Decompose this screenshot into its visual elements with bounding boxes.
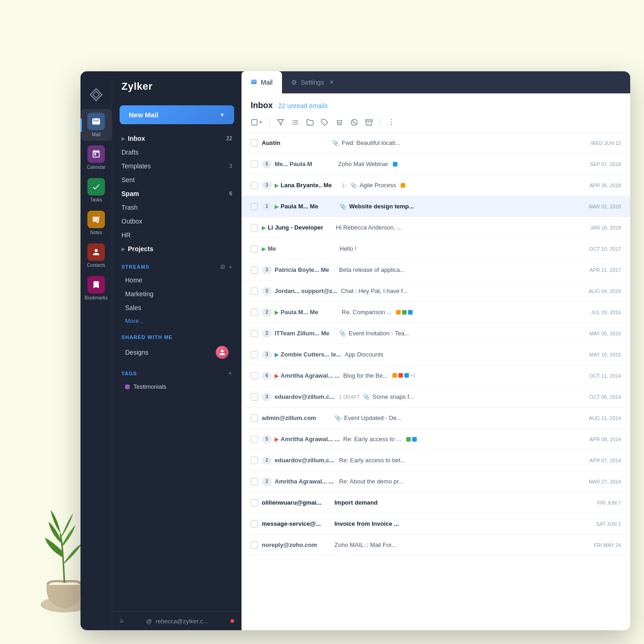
email-checkbox-11[interactable] xyxy=(251,351,258,358)
email-checkbox-3[interactable] xyxy=(251,182,258,189)
folder-inbox[interactable]: ▶ Inbox 22 xyxy=(116,132,238,145)
folder-spam[interactable]: Spam 6 xyxy=(116,187,238,201)
toolbar-folder[interactable] xyxy=(306,119,314,126)
folder-projects[interactable]: ▶ Projects xyxy=(116,242,238,256)
email-subject-17: Re: About the demo pr... xyxy=(339,478,403,485)
email-checkbox-7[interactable] xyxy=(251,266,258,274)
flag-6: ▶ xyxy=(262,246,266,252)
sidebar-item-mail[interactable]: Mail xyxy=(80,109,112,141)
email-date-6: OCT 10, 2017 xyxy=(589,246,621,252)
email-sender-16: eduardov@zillum.c... xyxy=(275,457,335,464)
toolbar-block[interactable] xyxy=(351,119,358,126)
toolbar-more[interactable]: ⋮ xyxy=(388,118,395,126)
folder-drafts[interactable]: Drafts xyxy=(116,145,238,159)
toolbar-delete[interactable] xyxy=(336,119,343,126)
sidebar-item-notes[interactable]: Notes xyxy=(80,207,112,239)
email-subject-6: Hello ! xyxy=(339,245,356,252)
email-row-20[interactable]: noreply@zoho.com Zoho MAIL :: Mail For..… xyxy=(242,535,630,556)
new-mail-button[interactable]: New Mail ▼ xyxy=(120,105,234,124)
sidebar-item-tasks[interactable]: Tasks xyxy=(80,174,112,206)
email-row-13[interactable]: 3 eduardov@zillum.c... 1 DRAFT 📎 Some sn… xyxy=(242,386,630,408)
email-row-1[interactable]: Austin 📎 Fwd: Beautiful locati... WED JU… xyxy=(242,132,630,154)
email-count-17: 2 xyxy=(262,477,272,486)
email-subject-9: Re. Comparison ... xyxy=(342,309,391,316)
folder-templates[interactable]: Templates 3 xyxy=(116,159,238,173)
email-checkbox-2[interactable] xyxy=(251,161,258,168)
tags-add-icon[interactable]: + xyxy=(228,369,232,378)
toolbar-label[interactable] xyxy=(321,119,328,126)
tag-testimonials[interactable]: Testimonials xyxy=(116,380,238,393)
email-checkbox-4[interactable] xyxy=(251,203,258,210)
flag-3: ▶ xyxy=(275,182,279,189)
user-email-area[interactable]: @ rebecca@zylker.c... xyxy=(146,618,208,625)
streams-more[interactable]: More .. xyxy=(116,315,238,327)
email-row-3[interactable]: 3 ▶ Lana Bryante.. Me 1↑ 📎 Agile Process… xyxy=(242,175,630,196)
tab-settings-close[interactable]: ✕ xyxy=(329,79,334,86)
email-row-7[interactable]: 3 Patricia Boyle... Me Beta release of a… xyxy=(242,259,630,281)
bookmarks-icon xyxy=(92,280,101,289)
email-row-12[interactable]: 6 ▶ Amritha Agrawal... ... Blog for the … xyxy=(242,365,630,386)
email-row-14[interactable]: admin@zillum.com 📎 Event Updated - De...… xyxy=(242,408,630,429)
folder-sent[interactable]: Sent xyxy=(116,173,238,187)
email-row-4[interactable]: 1 ▶ Paula M... Me 📎 Website design temp.… xyxy=(242,196,630,217)
shared-designs[interactable]: Designs xyxy=(116,343,238,362)
email-subject-area-5: Hi Rebecca Anderson, ... xyxy=(336,224,586,231)
sidebar-item-bookmarks[interactable]: Bookmarks xyxy=(80,272,112,304)
email-row-10[interactable]: 2 ITTeam Zillum... Me 📎 Event Invitation… xyxy=(242,323,630,344)
email-count-13: 3 xyxy=(262,393,272,401)
email-checkbox-20[interactable] xyxy=(251,541,258,549)
stream-marketing[interactable]: Marketing xyxy=(116,287,238,301)
email-row-5[interactable]: ▶ Li Jung - Developer Hi Rebecca Anderso… xyxy=(242,217,630,238)
toolbar-sort[interactable] xyxy=(292,119,299,126)
bookmarks-icon-box xyxy=(87,276,105,293)
folder-outbox[interactable]: Outbox xyxy=(116,214,238,228)
email-row-18[interactable]: olilienwuaru@gmai... Import demand FRI J… xyxy=(242,492,630,513)
email-checkbox-9[interactable] xyxy=(251,309,258,316)
email-checkbox-12[interactable] xyxy=(251,372,258,380)
collapse-icon[interactable]: ≡ xyxy=(120,617,123,625)
folder-trash[interactable]: Trash xyxy=(116,201,238,214)
email-date-11: MAY 15, 2015 xyxy=(589,352,621,357)
email-checkbox-13[interactable] xyxy=(251,393,258,401)
email-row-6[interactable]: ▶ Me Hello ! OCT 10, 2017 xyxy=(242,238,630,259)
sidebar-item-calendar[interactable]: Calendar xyxy=(80,142,112,173)
stream-home[interactable]: Home xyxy=(116,273,238,287)
email-checkbox-1[interactable] xyxy=(251,139,258,147)
email-checkbox-19[interactable] xyxy=(251,520,258,528)
sidebar-item-contacts[interactable]: Contacts xyxy=(80,240,112,271)
tab-settings[interactable]: ⚙ Settings ✕ xyxy=(282,71,344,93)
email-date-16: APR 07, 2014 xyxy=(590,458,621,463)
email-row-11[interactable]: 3 ▶ Zombie Cutters... le... App Discount… xyxy=(242,344,630,365)
thread-count-3: 1↑ xyxy=(342,183,347,188)
streams-add-icon[interactable]: + xyxy=(229,263,232,270)
sidebar-footer: ≡ @ rebecca@zylker.c... xyxy=(112,611,242,630)
email-checkbox-17[interactable] xyxy=(251,478,258,485)
toolbar: ▾ xyxy=(251,116,621,128)
email-sender-19: message-service@... xyxy=(262,520,331,527)
stream-sales[interactable]: Sales xyxy=(116,301,238,315)
shared-title: SHARED WITH ME xyxy=(121,334,172,340)
email-row-2[interactable]: 5 Me... Paula M Zoho Mail Webinar SEP 07… xyxy=(242,154,630,175)
email-row-9[interactable]: 2 ▶ Paula M... Me Re. Comparison ... JUL… xyxy=(242,302,630,323)
email-row-16[interactable]: 2 eduardov@zillum.c... Re: Early access … xyxy=(242,450,630,471)
toolbar-filter[interactable] xyxy=(277,119,284,126)
email-row-19[interactable]: message-service@... Invoice from Invoice… xyxy=(242,513,630,535)
tab-mail[interactable]: Mail xyxy=(242,71,282,93)
email-date-19: SAT JUN 1 xyxy=(596,521,621,527)
toolbar-checkbox[interactable]: ▾ xyxy=(251,119,262,126)
email-checkbox-8[interactable] xyxy=(251,288,258,295)
email-row-17[interactable]: 2 Amritha Agrawal... ... Re: About the d… xyxy=(242,471,630,492)
streams-settings-icon[interactable]: ⚙ xyxy=(220,263,226,270)
email-checkbox-16[interactable] xyxy=(251,457,258,464)
email-checkbox-18[interactable] xyxy=(251,499,258,506)
email-checkbox-6[interactable] xyxy=(251,245,258,253)
email-checkbox-10[interactable] xyxy=(251,330,258,337)
email-checkbox-15[interactable] xyxy=(251,436,258,443)
email-checkbox-5[interactable] xyxy=(251,224,258,231)
email-row-15[interactable]: 5 ▶ Amritha Agrawal... ... Re: Early acc… xyxy=(242,429,630,450)
toolbar-archive[interactable] xyxy=(365,119,373,126)
email-row-8[interactable]: 3 Jordan... support@z... Chat : Hey Pat,… xyxy=(242,281,630,302)
email-checkbox-14[interactable] xyxy=(251,414,258,422)
tab-mail-icon xyxy=(251,79,257,86)
folder-hr[interactable]: HR xyxy=(116,228,238,242)
